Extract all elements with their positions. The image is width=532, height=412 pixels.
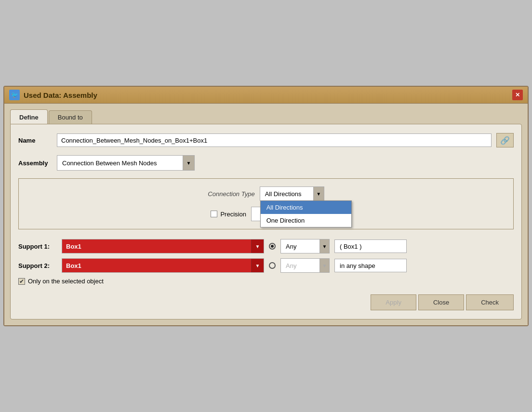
only-label: Only on the selected object bbox=[28, 278, 104, 285]
name-label: Name bbox=[18, 137, 52, 144]
assembly-dropdown-button[interactable]: ▼ bbox=[183, 156, 194, 170]
support2-result: in any shape bbox=[334, 259, 407, 272]
support2-row: Support 2: Box1 ▼ Any ▼ in any shape bbox=[18, 258, 514, 273]
support1-radio[interactable] bbox=[269, 243, 276, 250]
support2-input-wrapper: Box1 ▼ bbox=[62, 258, 264, 273]
connection-type-dropdown-button[interactable]: ▼ bbox=[313, 187, 324, 200]
support1-value: Box1 bbox=[62, 239, 251, 253]
link-icon: 🔗 bbox=[500, 136, 510, 145]
support2-radio[interactable] bbox=[269, 262, 276, 269]
only-row: ✔ Only on the selected object bbox=[18, 278, 514, 285]
button-row: Apply Close Check bbox=[18, 294, 514, 310]
dropdown-item-all-directions[interactable]: All Directions bbox=[261, 201, 351, 214]
support1-result: ( Box1 ) bbox=[334, 239, 407, 253]
name-icon-button[interactable]: 🔗 bbox=[496, 133, 514, 147]
apply-button[interactable]: Apply bbox=[371, 294, 416, 310]
tab-bound-to[interactable]: Bound to bbox=[49, 110, 92, 124]
title-bar-left: 🐦 Used Data: Assembly bbox=[9, 90, 97, 100]
connection-type-row: Connection Type All Directions ▼ All Dir… bbox=[28, 186, 504, 201]
tab-content-define: Name 🔗 Assembly Connection Between Mesh … bbox=[10, 124, 522, 319]
app-icon: 🐦 bbox=[9, 90, 20, 100]
support2-value: Box1 bbox=[62, 259, 251, 272]
assembly-row: Assembly Connection Between Mesh Nodes ▼ bbox=[18, 155, 514, 171]
assembly-select-wrapper: Connection Between Mesh Nodes ▼ bbox=[57, 155, 195, 171]
name-row: Name 🔗 bbox=[18, 133, 514, 147]
support-section: Support 1: Box1 ▼ Any ▼ ( Box1 ) bbox=[18, 239, 514, 285]
main-window: 🐦 Used Data: Assembly ✕ Define Bound to … bbox=[3, 86, 529, 326]
tab-row: Define Bound to bbox=[10, 109, 522, 124]
window-title: Used Data: Assembly bbox=[24, 91, 97, 99]
connection-options-box: Connection Type All Directions ▼ All Dir… bbox=[18, 178, 514, 229]
only-checkbox[interactable]: ✔ bbox=[18, 278, 25, 285]
support1-any-value: Any bbox=[281, 239, 319, 253]
dropdown-item-one-direction[interactable]: One Direction bbox=[261, 214, 351, 227]
precision-label: Precision bbox=[220, 211, 246, 218]
support1-row: Support 1: Box1 ▼ Any ▼ ( Box1 ) bbox=[18, 239, 514, 253]
connection-type-value: All Directions bbox=[260, 187, 313, 200]
support2-any-dropdown[interactable]: ▼ bbox=[319, 259, 329, 272]
support1-any-wrapper: Any ▼ bbox=[280, 239, 330, 253]
assembly-select-text: Connection Between Mesh Nodes bbox=[57, 156, 183, 170]
support1-label: Support 1: bbox=[18, 243, 57, 250]
support2-dropdown-button[interactable]: ▼ bbox=[251, 259, 264, 272]
title-bar: 🐦 Used Data: Assembly ✕ bbox=[4, 87, 528, 104]
precision-checkbox-wrapper: Precision bbox=[211, 211, 246, 218]
connection-type-label: Connection Type bbox=[208, 190, 254, 198]
name-input[interactable] bbox=[57, 133, 492, 147]
checkmark: ✔ bbox=[19, 278, 24, 285]
check-button[interactable]: Check bbox=[466, 294, 514, 310]
assembly-label: Assembly bbox=[18, 159, 52, 167]
support1-input-wrapper: Box1 ▼ bbox=[62, 239, 264, 253]
support2-any-value: Any bbox=[281, 259, 319, 272]
connection-type-dropdown-menu: All Directions One Direction bbox=[260, 200, 352, 227]
close-window-button[interactable]: ✕ bbox=[512, 90, 523, 100]
support2-label: Support 2: bbox=[18, 262, 57, 269]
close-button[interactable]: Close bbox=[418, 294, 464, 310]
tab-define[interactable]: Define bbox=[10, 109, 48, 124]
precision-checkbox[interactable] bbox=[211, 211, 217, 217]
support2-any-wrapper: Any ▼ bbox=[280, 258, 330, 273]
connection-type-select-wrapper: All Directions ▼ All Directions One Dire… bbox=[260, 186, 324, 201]
window-body: Define Bound to Name 🔗 Assembly Connecti… bbox=[4, 104, 528, 325]
support1-dropdown-button[interactable]: ▼ bbox=[251, 239, 264, 253]
support1-any-dropdown[interactable]: ▼ bbox=[319, 239, 329, 253]
